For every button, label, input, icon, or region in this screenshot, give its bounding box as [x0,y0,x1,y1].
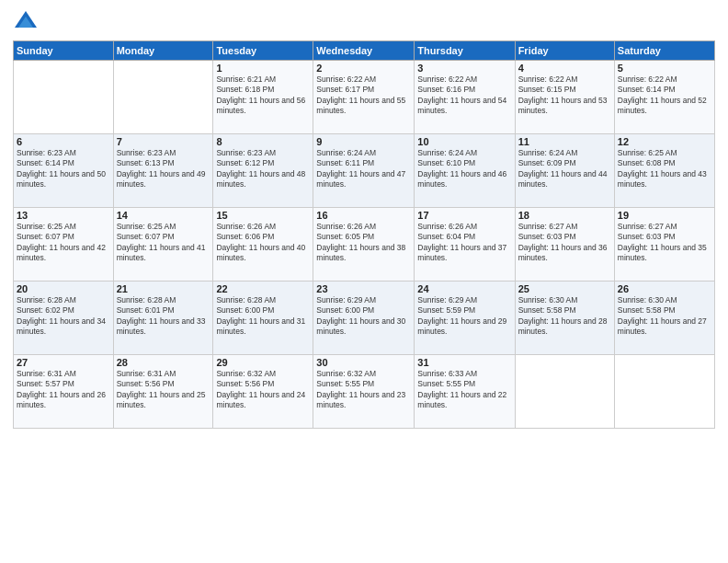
day-info: Sunrise: 6:26 AM Sunset: 6:04 PM Dayligh… [417,222,511,264]
day-number: 12 [618,136,711,147]
day-number: 27 [17,357,110,368]
day-info: Sunrise: 6:28 AM Sunset: 6:00 PM Dayligh… [216,295,310,338]
day-number: 19 [618,210,711,221]
day-info: Sunrise: 6:30 AM Sunset: 5:58 PM Dayligh… [518,295,611,338]
calendar-cell: 20Sunrise: 6:28 AM Sunset: 6:02 PM Dayli… [14,282,114,355]
calendar-table: SundayMondayTuesdayWednesdayThursdayFrid… [13,40,715,429]
calendar-cell: 4Sunrise: 6:22 AM Sunset: 6:15 PM Daylig… [515,61,614,134]
day-number: 6 [17,136,110,147]
day-info: Sunrise: 6:28 AM Sunset: 6:02 PM Dayligh… [17,295,110,338]
day-info: Sunrise: 6:27 AM Sunset: 6:03 PM Dayligh… [518,222,611,264]
day-number: 16 [316,210,411,221]
day-number: 4 [518,63,611,74]
day-info: Sunrise: 6:22 AM Sunset: 6:17 PM Dayligh… [316,75,411,117]
day-info: Sunrise: 6:21 AM Sunset: 6:18 PM Dayligh… [216,75,310,117]
calendar-cell: 30Sunrise: 6:32 AM Sunset: 5:55 PM Dayli… [313,355,415,429]
day-number: 25 [518,283,611,294]
calendar-cell: 12Sunrise: 6:25 AM Sunset: 6:08 PM Dayli… [614,134,714,208]
calendar-cell: 13Sunrise: 6:25 AM Sunset: 6:07 PM Dayli… [14,208,114,282]
day-number: 20 [17,283,110,294]
calendar-cell: 24Sunrise: 6:29 AM Sunset: 5:59 PM Dayli… [415,282,515,355]
weekday-header-thursday: Thursday [415,41,515,61]
weekday-header-wednesday: Wednesday [313,41,415,61]
calendar-cell: 23Sunrise: 6:29 AM Sunset: 6:00 PM Dayli… [313,282,415,355]
day-info: Sunrise: 6:31 AM Sunset: 5:56 PM Dayligh… [117,369,210,411]
day-info: Sunrise: 6:25 AM Sunset: 6:07 PM Dayligh… [117,222,210,264]
day-number: 21 [117,283,210,294]
calendar-cell: 6Sunrise: 6:23 AM Sunset: 6:14 PM Daylig… [14,134,114,208]
day-number: 5 [618,63,711,74]
calendar-cell [515,355,614,429]
day-info: Sunrise: 6:29 AM Sunset: 6:00 PM Dayligh… [316,295,411,338]
weekday-header-tuesday: Tuesday [213,41,313,61]
calendar-cell: 14Sunrise: 6:25 AM Sunset: 6:07 PM Dayli… [113,208,213,282]
day-info: Sunrise: 6:23 AM Sunset: 6:14 PM Dayligh… [17,148,110,190]
calendar-cell: 21Sunrise: 6:28 AM Sunset: 6:01 PM Dayli… [113,282,213,355]
day-number: 14 [117,210,210,221]
day-info: Sunrise: 6:27 AM Sunset: 6:03 PM Dayligh… [618,222,711,264]
day-info: Sunrise: 6:29 AM Sunset: 5:59 PM Dayligh… [417,295,511,338]
calendar-week-5: 27Sunrise: 6:31 AM Sunset: 5:57 PM Dayli… [14,355,715,429]
calendar-cell: 2Sunrise: 6:22 AM Sunset: 6:17 PM Daylig… [313,61,415,134]
day-number: 24 [417,283,511,294]
calendar-cell: 10Sunrise: 6:24 AM Sunset: 6:10 PM Dayli… [415,134,515,208]
day-number: 23 [316,283,411,294]
day-number: 30 [316,357,411,368]
logo-icon [13,9,39,35]
weekday-header-sunday: Sunday [14,41,114,61]
calendar-week-2: 6Sunrise: 6:23 AM Sunset: 6:14 PM Daylig… [14,134,715,208]
calendar-week-1: 1Sunrise: 6:21 AM Sunset: 6:18 PM Daylig… [14,61,715,134]
day-info: Sunrise: 6:30 AM Sunset: 5:58 PM Dayligh… [618,295,711,338]
day-info: Sunrise: 6:28 AM Sunset: 6:01 PM Dayligh… [117,295,210,338]
calendar-cell [14,61,114,134]
day-info: Sunrise: 6:22 AM Sunset: 6:15 PM Dayligh… [518,75,611,117]
calendar-cell: 19Sunrise: 6:27 AM Sunset: 6:03 PM Dayli… [614,208,714,282]
page: SundayMondayTuesdayWednesdayThursdayFrid… [0,0,728,563]
day-number: 15 [216,210,310,221]
day-number: 28 [117,357,210,368]
calendar-cell [614,355,714,429]
calendar-cell: 8Sunrise: 6:23 AM Sunset: 6:12 PM Daylig… [213,134,313,208]
calendar-cell: 3Sunrise: 6:22 AM Sunset: 6:16 PM Daylig… [415,61,515,134]
day-info: Sunrise: 6:22 AM Sunset: 6:14 PM Dayligh… [618,75,711,117]
day-info: Sunrise: 6:26 AM Sunset: 6:05 PM Dayligh… [316,222,411,264]
weekday-header-monday: Monday [113,41,213,61]
calendar-cell: 18Sunrise: 6:27 AM Sunset: 6:03 PM Dayli… [515,208,614,282]
calendar-cell: 31Sunrise: 6:33 AM Sunset: 5:55 PM Dayli… [415,355,515,429]
day-info: Sunrise: 6:25 AM Sunset: 6:08 PM Dayligh… [618,148,711,190]
calendar-cell: 11Sunrise: 6:24 AM Sunset: 6:09 PM Dayli… [515,134,614,208]
logo [13,9,42,35]
calendar-cell: 17Sunrise: 6:26 AM Sunset: 6:04 PM Dayli… [415,208,515,282]
calendar-week-4: 20Sunrise: 6:28 AM Sunset: 6:02 PM Dayli… [14,282,715,355]
day-number: 31 [417,357,511,368]
weekday-header-friday: Friday [515,41,614,61]
calendar-cell: 27Sunrise: 6:31 AM Sunset: 5:57 PM Dayli… [14,355,114,429]
header [13,9,715,35]
day-info: Sunrise: 6:24 AM Sunset: 6:09 PM Dayligh… [518,148,611,190]
calendar-cell: 7Sunrise: 6:23 AM Sunset: 6:13 PM Daylig… [113,134,213,208]
day-number: 10 [417,136,511,147]
day-info: Sunrise: 6:32 AM Sunset: 5:55 PM Dayligh… [316,369,411,411]
calendar-cell: 1Sunrise: 6:21 AM Sunset: 6:18 PM Daylig… [213,61,313,134]
day-number: 11 [518,136,611,147]
day-number: 13 [17,210,110,221]
weekday-header-saturday: Saturday [614,41,714,61]
calendar-cell: 9Sunrise: 6:24 AM Sunset: 6:11 PM Daylig… [313,134,415,208]
calendar-cell [113,61,213,134]
weekday-header-row: SundayMondayTuesdayWednesdayThursdayFrid… [14,41,715,61]
day-info: Sunrise: 6:33 AM Sunset: 5:55 PM Dayligh… [417,369,511,411]
calendar-cell: 26Sunrise: 6:30 AM Sunset: 5:58 PM Dayli… [614,282,714,355]
day-info: Sunrise: 6:31 AM Sunset: 5:57 PM Dayligh… [17,369,110,411]
day-number: 26 [618,283,711,294]
calendar-cell: 29Sunrise: 6:32 AM Sunset: 5:56 PM Dayli… [213,355,313,429]
calendar-cell: 22Sunrise: 6:28 AM Sunset: 6:00 PM Dayli… [213,282,313,355]
day-info: Sunrise: 6:26 AM Sunset: 6:06 PM Dayligh… [216,222,310,264]
calendar-cell: 16Sunrise: 6:26 AM Sunset: 6:05 PM Dayli… [313,208,415,282]
day-number: 1 [216,63,310,74]
day-info: Sunrise: 6:24 AM Sunset: 6:11 PM Dayligh… [316,148,411,190]
calendar-cell: 5Sunrise: 6:22 AM Sunset: 6:14 PM Daylig… [614,61,714,134]
day-number: 9 [316,136,411,147]
day-info: Sunrise: 6:25 AM Sunset: 6:07 PM Dayligh… [17,222,110,264]
day-number: 7 [117,136,210,147]
calendar-week-3: 13Sunrise: 6:25 AM Sunset: 6:07 PM Dayli… [14,208,715,282]
